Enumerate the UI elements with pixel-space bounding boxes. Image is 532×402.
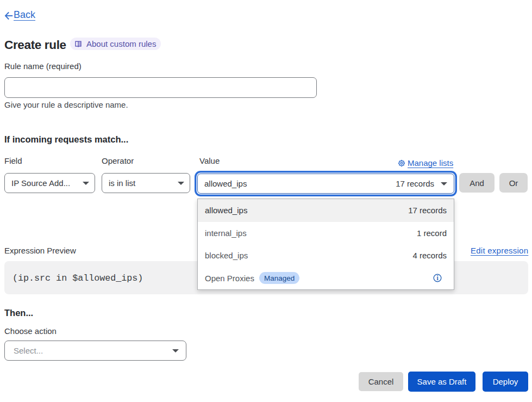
svg-text:i: i <box>436 275 439 281</box>
